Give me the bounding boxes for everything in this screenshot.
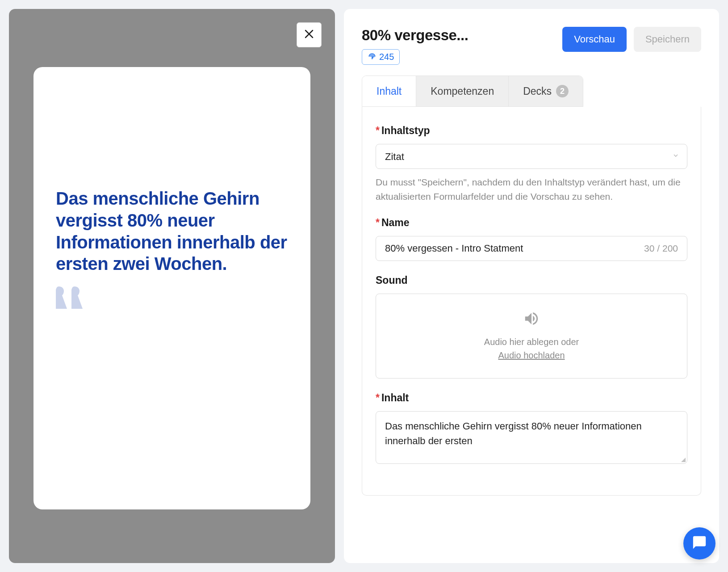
tab-competencies[interactable]: Kompetenzen bbox=[416, 76, 509, 106]
chat-icon bbox=[692, 535, 707, 552]
tab-decks[interactable]: Decks 2 bbox=[509, 76, 583, 106]
preview-button[interactable]: Vorschau bbox=[562, 27, 627, 52]
tab-content[interactable]: Inhalt bbox=[362, 76, 416, 106]
sound-upload-link[interactable]: Audio hochladen bbox=[498, 350, 565, 360]
quote-mark-icon bbox=[56, 286, 288, 309]
editor-panel: 80% vergesse... 245 Vorschau Speic bbox=[344, 9, 719, 563]
tabs: Inhalt Kompetenzen Decks 2 bbox=[362, 76, 583, 107]
id-value: 245 bbox=[379, 52, 394, 62]
content-type-label: *Inhaltstyp bbox=[376, 125, 687, 137]
id-badge[interactable]: 245 bbox=[362, 49, 400, 65]
content-type-helper: Du musst "Speichern", nachdem du den Inh… bbox=[376, 175, 687, 203]
sound-upload-text: Audio hier ablegen oder Audio hochladen bbox=[484, 335, 579, 362]
preview-panel: Das menschliche Ge­hirn vergisst 80% neu… bbox=[9, 9, 335, 563]
editor-header: 80% vergesse... 245 Vorschau Speic bbox=[344, 27, 719, 76]
name-char-count: 30 / 200 bbox=[644, 243, 678, 254]
editor-scroll[interactable]: Inhalt Kompetenzen Decks 2 *Inhaltstyp bbox=[344, 76, 719, 563]
tab-content-label: Inhalt bbox=[377, 85, 402, 97]
speaker-icon bbox=[521, 310, 542, 329]
page-title: 80% vergesse... bbox=[362, 27, 468, 44]
chat-fab[interactable] bbox=[683, 527, 715, 559]
sound-upload-dropzone[interactable]: Audio hier ablegen oder Audio hochladen bbox=[376, 294, 687, 379]
save-button: Speichern bbox=[634, 27, 701, 52]
tab-decks-label: Decks bbox=[523, 85, 552, 97]
fingerprint-icon bbox=[368, 51, 377, 63]
content-label: *Inhalt bbox=[376, 392, 687, 404]
header-actions: Vorschau Speichern bbox=[562, 27, 701, 52]
content-textarea[interactable]: Das menschliche Gehirn vergisst 80% neue… bbox=[385, 419, 678, 454]
name-input[interactable] bbox=[385, 243, 639, 254]
tab-decks-count-badge: 2 bbox=[556, 85, 569, 97]
content-type-select[interactable]: Zitat bbox=[376, 144, 687, 169]
name-label: *Name bbox=[376, 217, 687, 229]
quote-text: Das menschliche Ge­hirn vergisst 80% neu… bbox=[56, 188, 288, 275]
close-icon bbox=[304, 27, 314, 42]
form-panel: *Inhaltstyp Zitat Du musst "Speichern", … bbox=[362, 107, 701, 496]
close-button[interactable] bbox=[297, 22, 322, 47]
field-content-type: *Inhaltstyp Zitat Du musst "Speichern", … bbox=[376, 125, 687, 203]
sound-label: Sound bbox=[376, 274, 687, 286]
field-content: *Inhalt Das menschliche Gehirn vergisst … bbox=[376, 392, 687, 464]
field-name: *Name 30 / 200 bbox=[376, 217, 687, 261]
field-sound: Sound Audio hier ablegen oder Audio hoch… bbox=[376, 274, 687, 379]
tab-competencies-label: Kompetenzen bbox=[431, 85, 494, 97]
preview-card: Das menschliche Ge­hirn vergisst 80% neu… bbox=[33, 67, 310, 509]
